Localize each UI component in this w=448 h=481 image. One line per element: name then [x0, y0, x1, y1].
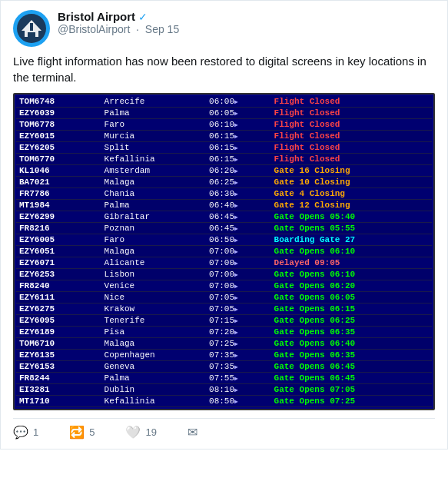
- retweet-count: 5: [89, 426, 95, 438]
- table-row: EZY6039 Palma 06:05▶ Flight Closed: [16, 108, 432, 119]
- flight-number: TOM6748: [16, 96, 101, 108]
- destination: Venice: [101, 280, 206, 292]
- table-row: EZY6015 Murcia 06:15▶ Flight Closed: [16, 131, 432, 142]
- flight-number: EZY6005: [16, 234, 101, 246]
- destination: Alicante: [101, 257, 206, 269]
- tweet-container: Bristol Airport ✓ @BristolAirport · Sep …: [0, 0, 448, 449]
- flight-number: FR7786: [16, 188, 101, 200]
- departure-time: 06:15▶: [206, 131, 271, 142]
- destination: Malaga: [101, 177, 206, 188]
- user-name-row: Bristol Airport ✓: [58, 10, 179, 23]
- flight-number: KL1046: [16, 165, 101, 177]
- reply-icon: 💬: [13, 425, 28, 440]
- table-row: TOM6778 Faro 06:10▶ Flight Closed: [16, 119, 432, 131]
- flight-table: TOM6748 Arrecife 06:00▶ Flight Closed EZ…: [16, 96, 432, 407]
- mail-icon: ✉: [187, 425, 197, 440]
- like-icon: 🤍: [125, 425, 141, 440]
- destination: Chania: [101, 188, 206, 200]
- flight-number: FR8240: [16, 280, 101, 292]
- flight-status: Gate Opens 07:25: [271, 396, 432, 407]
- retweet-action[interactable]: 🔁 5: [69, 425, 95, 440]
- destination: Palma: [101, 200, 206, 211]
- flight-number: FR8244: [16, 373, 101, 384]
- tweet-actions: 💬 1 🔁 5 🤍 19 ✉: [13, 418, 435, 440]
- destination: Faro: [101, 119, 206, 131]
- flight-status: Flight Closed: [271, 96, 432, 108]
- flight-number: EZY6015: [16, 131, 101, 142]
- table-row: FR8240 Venice 07:00▶ Gate Opens 06:20: [16, 280, 432, 292]
- flight-number: EZY6111: [16, 292, 101, 304]
- departure-time: 07:00▶: [206, 280, 271, 292]
- flight-status: Gate Opens 06:20: [271, 280, 432, 292]
- flight-status: Gate 16 Closing: [271, 165, 432, 177]
- destination: Geneva: [101, 361, 206, 373]
- flight-status: Gate Opens 06:25: [271, 315, 432, 327]
- departure-time: 06:05▶: [206, 108, 271, 119]
- flight-status: Gate Opens 06:35: [271, 350, 432, 361]
- flight-status: Gate 10 Closing: [271, 177, 432, 188]
- destination: Palma: [101, 373, 206, 384]
- departure-time: 07:05▶: [206, 304, 271, 315]
- flight-status: Gate Opens 06:35: [271, 327, 432, 338]
- departure-time: 06:00▶: [206, 96, 271, 108]
- reply-action[interactable]: 💬 1: [13, 425, 38, 440]
- departure-time: 07:20▶: [206, 327, 271, 338]
- destination: Amsterdam: [101, 165, 206, 177]
- departure-time: 07:05▶: [206, 292, 271, 304]
- departure-time: 06:45▶: [206, 211, 271, 223]
- departure-time: 06:15▶: [206, 142, 271, 154]
- destination: Murcia: [101, 131, 206, 142]
- flight-status: Boarding Gate 27: [271, 234, 432, 246]
- svg-rect-1: [30, 23, 33, 31]
- user-info: Bristol Airport ✓ @BristolAirport · Sep …: [58, 10, 179, 35]
- table-row: EZY6299 Gibraltar 06:45▶ Gate Opens 05:4…: [16, 211, 432, 223]
- flight-status: Gate Opens 06:15: [271, 304, 432, 315]
- flight-number: EZY6135: [16, 350, 101, 361]
- departure-time: 06:25▶: [206, 177, 271, 188]
- destination: Malaga: [101, 338, 206, 350]
- flight-number: TOM6710: [16, 338, 101, 350]
- flight-status: Flight Closed: [271, 142, 432, 154]
- flight-status: Gate Opens 06:45: [271, 373, 432, 384]
- table-row: KL1046 Amsterdam 06:20▶ Gate 16 Closing: [16, 165, 432, 177]
- destination: Dublin: [101, 384, 206, 396]
- table-row: TOM6710 Malaga 07:25▶ Gate Opens 06:40: [16, 338, 432, 350]
- tweet-header: Bristol Airport ✓ @BristolAirport · Sep …: [13, 10, 435, 47]
- flight-board: TOM6748 Arrecife 06:00▶ Flight Closed EZ…: [13, 93, 435, 410]
- table-row: EZY6051 Malaga 07:00▶ Gate Opens 06:10: [16, 246, 432, 257]
- mail-action[interactable]: ✉: [187, 425, 197, 440]
- flight-number: EZY6095: [16, 315, 101, 327]
- flight-number: EZY6299: [16, 211, 101, 223]
- flight-number: EZY6275: [16, 304, 101, 315]
- flight-status: Flight Closed: [271, 154, 432, 165]
- tweet-text: Live flight information has now been res…: [13, 53, 435, 85]
- table-row: EZY6095 Tenerife 07:15▶ Gate Opens 06:25: [16, 315, 432, 327]
- handle: @BristolAirport: [58, 23, 130, 35]
- departure-time: 07:00▶: [206, 257, 271, 269]
- like-action[interactable]: 🤍 19: [125, 425, 156, 440]
- departure-time: 06:10▶: [206, 119, 271, 131]
- destination: Krakow: [101, 304, 206, 315]
- table-row: EI3281 Dublin 08:10▶ Gate Opens 07:05: [16, 384, 432, 396]
- departure-time: 06:50▶: [206, 234, 271, 246]
- flight-status: Gate Opens 05:55: [271, 223, 432, 234]
- table-row: FR8216 Poznan 06:45▶ Gate Opens 05:55: [16, 223, 432, 234]
- like-count: 19: [145, 426, 156, 438]
- departure-time: 07:35▶: [206, 361, 271, 373]
- flight-number: EZY6253: [16, 269, 101, 280]
- flight-number: TOM6778: [16, 119, 101, 131]
- destination: Palma: [101, 108, 206, 119]
- departure-time: 07:55▶: [206, 373, 271, 384]
- destination: Kefallinia: [101, 154, 206, 165]
- destination: Poznan: [101, 223, 206, 234]
- destination: Arrecife: [101, 96, 206, 108]
- flight-number: EZY6189: [16, 327, 101, 338]
- flight-number: FR8216: [16, 223, 101, 234]
- destination: Split: [101, 142, 206, 154]
- flight-status: Gate 12 Closing: [271, 200, 432, 211]
- destination: Nice: [101, 292, 206, 304]
- retweet-icon: 🔁: [69, 425, 85, 440]
- flight-number: TOM6770: [16, 154, 101, 165]
- destination: Pisa: [101, 327, 206, 338]
- date: Sep 15: [145, 23, 179, 35]
